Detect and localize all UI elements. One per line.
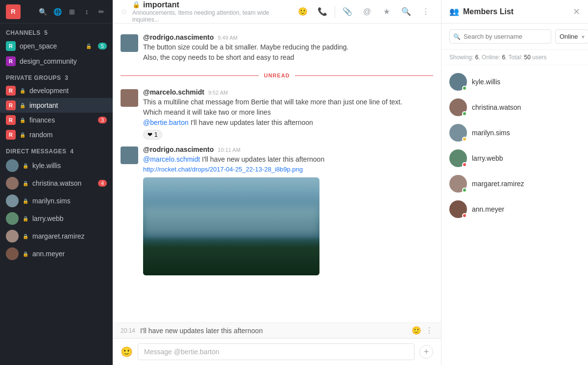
mention-text: I'll have new updates later this afterno… [200,155,324,163]
member-item[interactable]: kyle.willis [441,69,588,95]
more-draft-icon[interactable]: ⋮ [425,326,433,335]
chat-header: ☆ 🔒 important Announcements, Items needi… [113,0,441,24]
lock-icon-random: 🔒 [20,132,25,138]
search-icon[interactable]: 🔍 [37,6,48,17]
phone-icon[interactable]: 📞 [315,4,330,19]
message-link[interactable]: http://rocket.chat/drops/2017-04-25_22-1… [143,166,303,173]
members-search-input[interactable] [449,29,551,44]
member-name-larry: larry.webb [472,154,503,162]
mention-text: I'll have new updates later this afterno… [189,119,313,126]
chat-image [143,177,319,275]
message-header: @marcelo.schmidt 9:52 AM [143,88,433,96]
draft-actions: 🙂 ⋮ [412,326,433,335]
dm-label-kyle: kyle.willis [32,162,107,170]
message-content: @rodrigo.nascimento 10:11 AM @marcelo.sc… [143,146,433,275]
sidebar-item-dm-larry[interactable]: 🔒 larry.webb [0,210,113,227]
channel-icon-open-space: R [6,41,16,51]
member-item[interactable]: christina.watson [441,95,588,120]
lock-icon-header: 🔒 [132,1,140,8]
member-name-kyle: kyle.willis [472,78,500,86]
lock-icon: 🔒 [20,88,25,94]
more-icon[interactable]: ⋮ [418,4,433,19]
sidebar-item-finances[interactable]: R 🔒 finances 3 [0,113,113,127]
member-item[interactable]: larry.webb [441,146,588,171]
draft-time: 20:14 [121,327,140,334]
members-panel: 👥 Members List ✕ 🔍 Online ▼ Showing: 6, … [441,0,588,365]
search-action-icon[interactable]: 🔍 [399,4,414,19]
member-item[interactable]: marilyn.sims [441,120,588,146]
dm-avatar-ann [6,247,19,260]
sidebar-top-icons: 🔍 🌐 ⊞ ↕ ✏ [37,6,107,17]
message-input[interactable] [138,343,415,360]
badge-christina: 4 [98,180,107,187]
badge-finances: 3 [98,117,107,123]
dm-avatar-kyle [6,159,19,172]
sidebar-item-dm-margaret[interactable]: 🔒 margaret.ramirez [0,227,113,245]
sidebar-item-open-space[interactable]: R open_space 🔓 5 [0,38,113,54]
sidebar-item-design-community[interactable]: R design_community [0,54,113,69]
lock-icon-finances: 🔒 [20,118,25,123]
emoji-input-icon[interactable]: 🙂 [121,346,133,358]
attachment-icon[interactable]: 📎 [340,4,355,19]
member-avatar-wrap [449,200,467,218]
mention-icon[interactable]: @ [360,4,374,19]
message-avatar [121,146,138,164]
lock-icon-ann: 🔒 [23,251,28,257]
lock-icon-marilyn: 🔒 [23,198,28,204]
sidebar-item-dm-kyle[interactable]: 🔒 kyle.willis [0,157,113,174]
members-search-row: 🔍 Online ▼ [441,24,588,50]
reaction-count: 1 [154,131,158,138]
sidebar-header: R 🔍 🌐 ⊞ ↕ ✏ [0,0,113,24]
reaction-emoji: ❤ [147,131,152,138]
emoji-action-icon[interactable]: 🙂 [295,4,310,19]
star-action-icon[interactable]: ★ [379,4,394,19]
edit-icon[interactable]: ✏ [96,6,107,17]
members-close-button[interactable]: ✕ [573,6,580,17]
sidebar-item-dm-christina[interactable]: 🔒 christina.watson 4 [0,174,113,192]
lock-icon-margaret: 🔒 [23,234,28,239]
message-draft-row: 20:14 I'll have new updates later this a… [113,322,441,338]
members-header: 👥 Members List ✕ [441,0,588,24]
message-username: @rodrigo.nascimento [143,146,214,153]
message-text: This a multiline chat message from Berti… [143,97,433,107]
globe-icon[interactable]: 🌐 [52,6,63,17]
member-name-marilyn: marilyn.sims [472,129,510,137]
lock-icon-open-space: 🔓 [83,41,94,51]
sidebar-item-dm-marilyn[interactable]: 🔒 marilyn.sims [0,192,113,210]
members-filter-select[interactable]: Online [555,29,588,44]
member-item[interactable]: ann.meyer [441,196,588,222]
members-stats: Showing: 6, Online: 6, Total: 50 users [441,50,588,65]
message-content: @rodrigo.nascimento 9:49 AM The button s… [143,33,433,63]
sidebar-item-random[interactable]: R 🔒 random [0,127,113,142]
channel-label-random: random [29,131,107,139]
message-row: @rodrigo.nascimento 9:49 AM The button s… [121,31,433,65]
add-attachment-button[interactable]: + [419,345,433,359]
star-icon[interactable]: ☆ [121,7,127,16]
dm-avatar-margaret [6,230,19,243]
message-text-2: Which meand it will take two or more lin… [143,107,433,118]
mention-tag[interactable]: @bertie.barton [143,119,189,126]
status-dot-online [462,86,467,91]
mention-tag[interactable]: @marcelo.schmidt [143,155,200,163]
emoji-draft-icon[interactable]: 🙂 [412,326,421,335]
sidebar-item-dm-ann[interactable]: 🔒 ann.meyer [0,245,113,263]
search-wrapper: 🔍 [449,29,551,44]
status-dot-yellow [462,137,467,142]
message-username: @rodrigo.nascimento [143,33,214,41]
channel-icon-random: R [6,130,16,140]
channel-label-design-community: design_community [20,57,107,65]
members-title: 👥 Members List [449,7,573,16]
private-groups-label: Private Groups 3 [6,74,107,81]
grid-icon[interactable]: ⊞ [67,6,77,17]
message-row: @rodrigo.nascimento 10:11 AM @marcelo.sc… [121,144,433,277]
member-avatar-wrap [449,175,467,193]
dm-section-header: Direct Messages 4 [0,142,113,157]
sidebar-item-development[interactable]: R 🔒 development [0,83,113,98]
member-item[interactable]: margaret.ramirez [441,171,588,196]
reaction-button[interactable]: ❤ 1 [143,130,162,140]
user-avatar[interactable]: R [6,4,21,19]
status-dot-red [462,162,467,167]
sort-icon[interactable]: ↕ [81,6,92,17]
sidebar-item-important[interactable]: R 🔒 important [0,98,113,113]
draft-text: I'll have new updates later this afterno… [140,327,412,335]
